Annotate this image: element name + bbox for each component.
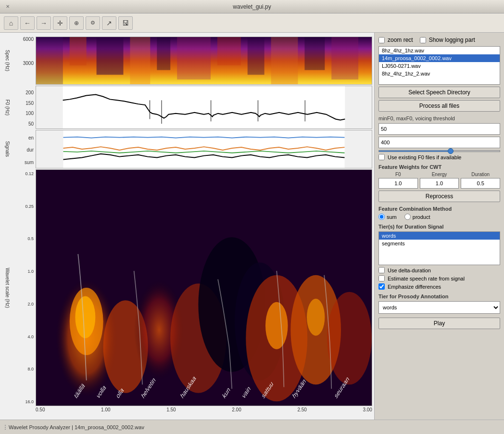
spec-y-title: Spec (Hz) [4, 37, 12, 85]
play-button[interactable]: Play [378, 318, 500, 329]
signals-en: en [28, 135, 34, 140]
svg-rect-8 [248, 37, 265, 75]
spec-y-label-3000: 3000 [23, 61, 34, 66]
min-max-voicing-label: minF0, maxF0, voicing threshold [378, 115, 500, 121]
maxf0-input[interactable] [378, 137, 500, 148]
zoom-button[interactable]: ⊕ [69, 16, 84, 30]
reprocess-button[interactable]: Reprocess [378, 191, 500, 202]
svg-rect-11 [331, 37, 358, 79]
show-logging-checkbox[interactable] [420, 37, 426, 43]
titlebar: ✕ wavelet_gui.py [0, 0, 504, 13]
energy-weight-col: Energy [420, 172, 459, 189]
feature-weights-title: Feature Weights for CWT [378, 164, 500, 170]
svg-rect-3 [97, 37, 124, 75]
zoom-rect-row: zoom rect Show logging part [378, 37, 500, 43]
zoom-rect-checkbox[interactable] [378, 37, 385, 43]
voicing-slider-row [378, 150, 500, 152]
f0-y-50: 50 [28, 121, 34, 127]
move-button[interactable]: ✛ [53, 16, 67, 30]
x-label-3.00: 3.00 [363, 407, 372, 412]
wavelet-chart[interactable]: täällä volla olla helvetin hauskaa kun v… [36, 169, 372, 406]
zoom-rect-label: zoom rect [388, 37, 413, 43]
svg-point-29 [327, 292, 372, 385]
tier-duration-listbox[interactable]: words segments [378, 231, 500, 265]
toolbar: ⌂ ← → ✛ ⊕ ⚙ ↗ 🖫 [0, 13, 504, 33]
wavelet-y-16.0: 16.0 [25, 399, 34, 404]
signals-panel: Signals en dur sum [4, 130, 372, 168]
svg-rect-4 [130, 37, 150, 84]
save-button[interactable]: 🖫 [118, 16, 133, 30]
svg-point-32 [307, 299, 325, 336]
f0-weight-col: F0 [378, 172, 418, 189]
window-title: wavelet_gui.py [233, 3, 271, 10]
duration-weight-input[interactable] [461, 178, 500, 189]
file-item-1[interactable]: 14m_proosa_0002_0002.wav [379, 54, 500, 62]
wavelet-y-0.25: 0.25 [25, 204, 34, 209]
chart-button[interactable]: ↗ [102, 16, 116, 30]
forward-button[interactable]: → [37, 16, 51, 30]
f0-chart[interactable] [36, 86, 372, 129]
select-speech-dir-button[interactable]: Select Speech Directory [378, 87, 500, 98]
signals-chart[interactable] [36, 130, 372, 168]
process-files-button[interactable]: Process all files [378, 100, 500, 112]
f0-y-labels: 200 150 100 50 [12, 86, 36, 129]
x-axis-labels: 0.50 1.00 1.50 2.00 2.50 3.00 [36, 406, 372, 416]
x-label-1.50: 1.50 [166, 407, 176, 412]
signals-sum: sum [25, 160, 34, 165]
use-delta-duration-checkbox[interactable] [378, 267, 385, 273]
wavelet-y-0.12: 0.12 [25, 171, 34, 176]
radio-product[interactable]: product [404, 214, 430, 220]
tier-segments[interactable]: segments [379, 240, 500, 247]
svg-point-30 [75, 296, 95, 339]
energy-weight-input[interactable] [420, 178, 459, 189]
emphasize-differences-checkbox[interactable] [378, 283, 385, 290]
f0-y-100: 100 [25, 111, 34, 116]
wavelet-y-labels: 0.12 0.25 0.5 1.0 2.0 4.0 8.0 16.0 [12, 169, 36, 406]
emphasize-differences-label: Emphasize differences [388, 284, 441, 290]
file-item-3[interactable]: 8hz_4hz_1hz_2.wav [379, 70, 500, 77]
radio-product-input[interactable] [404, 214, 411, 220]
svg-rect-18 [63, 130, 345, 168]
use-delta-duration-label: Use delta-duration [388, 268, 431, 273]
estimate-speech-rate-row: Estimate speech rate from signal [378, 275, 500, 281]
use-delta-duration-row: Use delta-duration [378, 267, 500, 273]
svg-rect-10 [304, 37, 325, 70]
svg-point-31 [265, 302, 288, 349]
wavelet-y-2.0: 2.0 [27, 302, 34, 306]
wavelet-y-0.5: 0.5 [27, 236, 34, 241]
svg-rect-1 [36, 37, 63, 84]
svg-rect-12 [63, 86, 345, 128]
x-axis: 0.50 1.00 1.50 2.00 2.50 3.00 [36, 406, 372, 416]
tier-prosody-select[interactable]: words segments [378, 301, 500, 314]
back-button[interactable]: ← [20, 16, 35, 30]
file-listbox[interactable]: 8hz_4hz_1hz.wav 14m_proosa_0002_0002.wav… [378, 46, 500, 85]
voicing-slider[interactable] [378, 150, 500, 152]
emphasize-differences-row: Emphasize differences [378, 283, 500, 290]
spectrogram-panel: Spec (Hz) 6000 3000 [4, 37, 372, 85]
radio-sum[interactable]: sum [378, 214, 397, 220]
duration-weight-col: Duration [461, 172, 500, 189]
file-item-0[interactable]: 8hz_4hz_1hz.wav [379, 47, 500, 54]
use-existing-f0-checkbox[interactable] [378, 154, 385, 160]
feature-combination-title: Feature Combination Method [378, 206, 500, 212]
estimate-speech-rate-checkbox[interactable] [378, 275, 385, 281]
svg-rect-6 [177, 37, 211, 79]
config-button[interactable]: ⚙ [86, 16, 100, 30]
minf0-input[interactable] [378, 123, 500, 135]
right-panel: zoom rect Show logging part 8hz_4hz_1hz.… [374, 33, 504, 420]
f0-weight-label: F0 [378, 172, 418, 177]
spectrogram-canvas[interactable] [36, 37, 372, 85]
x-label-0.50: 0.50 [36, 407, 45, 412]
use-existing-f0-label: Use existing F0 files if available [388, 154, 461, 160]
energy-weight-label: Energy [420, 172, 459, 177]
file-item-2[interactable]: LJ050-0271.wav [379, 62, 500, 70]
statusbar-divider [4, 420, 7, 434]
radio-sum-label: sum [387, 214, 397, 220]
home-button[interactable]: ⌂ [4, 16, 18, 30]
radio-sum-input[interactable] [378, 214, 385, 220]
wavelet-y-title: Wavelet scale (Hz) [4, 169, 12, 406]
tier-words[interactable]: words [379, 232, 500, 240]
radio-product-label: product [413, 214, 430, 220]
close-button[interactable]: ✕ [4, 3, 12, 11]
f0-weight-input[interactable] [378, 178, 418, 189]
